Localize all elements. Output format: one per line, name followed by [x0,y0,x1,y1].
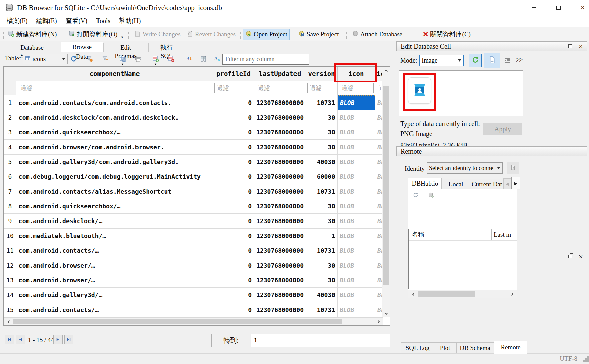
insert-record-dropdown-icon[interactable]: ▼ [154,63,157,66]
table-row[interactable]: 11 com.android.contacts/… 0 123076800000… [4,243,383,258]
prev-page-button[interactable] [16,335,25,344]
table-row[interactable]: 12 com.android.browser/… 0 1230768000000… [4,258,383,273]
float-panel-icon[interactable] [568,44,572,48]
encoding-indicator[interactable]: UTF-8 [560,355,577,362]
horizontal-scroll-thumb[interactable] [13,319,342,324]
print-rows-icon[interactable] [200,55,207,64]
first-page-button[interactable] [5,335,14,344]
filter-profileId[interactable]: 過濾 [213,81,254,95]
menu-tools[interactable]: Tools [92,16,115,26]
float-panel-icon[interactable] [568,255,572,258]
remote-list-header-name[interactable]: 名稱 [409,229,492,240]
tab-edit-pragmas[interactable]: Edit Pragmas [103,43,148,52]
tab-browse-data[interactable]: Browse Data [61,42,103,52]
column-header-componentName[interactable]: componentName [16,67,213,81]
table-row[interactable]: 9 com.android.deskclock/… 0 123076800000… [4,214,383,229]
table-row[interactable]: 6 com.debug.loggerui/com.debug.loggerui.… [4,169,383,184]
remote-tab-local[interactable]: Local [442,179,470,189]
dock-tab-db-schema[interactable]: DB Schema [456,342,494,353]
dock-tab-remote[interactable]: Remote [494,341,527,354]
tab-scroll-left-icon[interactable]: ◀ [503,178,511,189]
menu-file[interactable]: 檔案(F) [2,16,32,26]
menu-view[interactable]: 查看(V) [62,16,92,26]
horizontal-scrollbar[interactable] [4,317,383,325]
filter-icon[interactable]: 過濾 [338,81,375,95]
sort-az-icon[interactable]: A [186,55,193,64]
filter-componentName[interactable]: 過濾 [16,81,213,95]
remote-refresh-icon[interactable] [413,192,419,200]
scroll-down-icon[interactable] [382,310,390,317]
goto-input[interactable] [251,334,390,347]
toolbar-overflow-chevrons[interactable]: >> [516,56,522,64]
filter-version[interactable]: 過濾 [306,81,338,95]
tab-execute-sql[interactable]: 執行 SQL [148,43,185,52]
column-header-profileId[interactable]: profileId [213,67,254,81]
menu-help[interactable]: 幫助(H) [115,16,145,26]
table-row[interactable]: 14 com.android.gallery3d/… 0 12307680000… [4,288,383,302]
minimize-button[interactable] [527,2,540,13]
menu-edit[interactable]: 編輯(E) [32,16,61,26]
mode-select[interactable]: Image [419,55,464,66]
vertical-scroll-thumb[interactable] [383,86,389,285]
attach-database-button[interactable]: Attach Database [350,29,404,40]
table-row[interactable]: 1 com.android.contacts/com.android.conta… [4,95,383,110]
table-row[interactable]: 2 com.android.deskclock/com.android.desk… [4,110,383,125]
close-button[interactable]: × [576,2,589,13]
filter-lastUpdated[interactable]: 過濾 [254,81,306,95]
remote-scroll-left-icon[interactable] [409,290,417,298]
goto-button[interactable]: 轉到: [211,334,250,347]
table-selector[interactable]: icons [23,54,68,64]
remote-tab-dbhub[interactable]: DBHub.io [408,178,442,189]
scroll-right-icon[interactable] [374,318,383,326]
open-project-button[interactable]: Open Project [243,29,290,40]
revert-changes-button[interactable]: Revert Changes [185,29,238,40]
table-row[interactable]: 3 com.android.quicksearchbox/… 0 1230768… [4,125,383,140]
vertical-scrollbar[interactable] [382,67,390,317]
close-database-button[interactable]: ✕ 關閉資料庫(C) [421,29,473,40]
table-row[interactable]: 8 com.android.quicksearchbox/… 0 1230768… [4,199,383,214]
dock-splitter[interactable] [394,41,394,353]
remote-scroll-thumb[interactable] [418,291,475,297]
open-database-dropdown-icon[interactable]: ▼ [121,36,124,39]
text-view-button[interactable] [484,53,500,68]
identity-select[interactable]: Select an identity to conne [427,162,503,174]
global-filter-input[interactable] [222,54,309,65]
scroll-up-icon[interactable] [382,67,390,74]
save-record-dropdown-icon[interactable]: ▼ [121,63,124,66]
table-row[interactable]: 13 com.android.browser/… 0 1230768000000… [4,273,383,288]
next-page-button[interactable] [53,335,63,344]
tab-database-structure[interactable]: Database Structure [3,43,61,52]
import-data-button[interactable] [469,54,482,67]
identity-settings-button[interactable] [507,162,519,174]
last-page-button[interactable] [64,335,73,344]
apply-button[interactable]: Apply [483,123,522,135]
write-changes-button[interactable]: Write Changes [132,29,183,40]
remote-clone-db-icon[interactable] [428,192,434,200]
table-row[interactable]: 4 com.android.browser/com.android.browse… [4,140,383,155]
table-row[interactable]: 5 com.android.gallery3d/com.android.gall… [4,155,383,169]
word-wrap-icon[interactable] [504,57,511,66]
column-header-lastUpdated[interactable]: lastUpdated [254,67,306,81]
scroll-left-icon[interactable] [4,318,13,326]
print-icon[interactable] [135,55,142,64]
dock-tab-plot[interactable]: Plot [434,342,456,353]
resize-grip-icon[interactable] [585,358,587,360]
delete-record-icon[interactable] [168,55,174,64]
maximize-button[interactable] [552,2,565,13]
remote-scroll-right-icon[interactable] [509,290,516,298]
open-database-button[interactable]: 打開資料庫(O) [66,29,119,40]
condensed-mode-icon[interactable]: Ab [214,55,221,64]
table-row[interactable]: 7 com.android.contacts/alias.MessageShor… [4,184,383,199]
close-panel-icon[interactable]: × [578,252,583,261]
tab-scroll-right-icon[interactable]: ▶ [511,177,520,189]
save-filter-funnel-icon[interactable] [102,55,109,64]
remote-list-header-last-modified[interactable]: Last m [492,229,517,240]
save-project-button[interactable]: Save Project [296,29,341,40]
close-panel-icon[interactable]: × [578,42,583,51]
remote-tab-current-database[interactable]: Current Dat [470,179,504,189]
column-header-version[interactable]: version [306,67,338,81]
dock-tab-sql-log[interactable]: SQL Log [401,342,434,353]
remote-horizontal-scrollbar[interactable] [408,290,517,298]
table-row[interactable]: 15 com.android.contacts/… 0 123076800000… [4,302,383,317]
table-row[interactable]: 10 com.mediatek.bluetooth/… 0 1230768000… [4,229,383,243]
